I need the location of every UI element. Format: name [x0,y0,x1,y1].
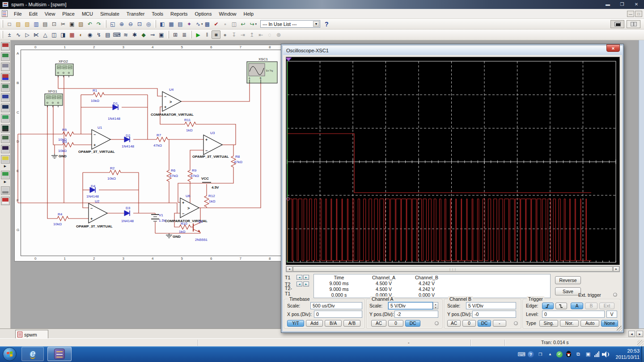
channel-b-minus-button[interactable]: - [493,320,506,327]
t2-left-button[interactable]: ◄ [297,282,302,286]
taskbar-clock[interactable]: 20:53 2011/10/11 [616,348,640,360]
spreadsheet-view-button[interactable]: ▦ [167,20,176,28]
print-button[interactable]: ▤ [41,20,50,28]
agilent-dropdown-button[interactable]: ▶ [1,164,10,169]
window-titlebar[interactable]: spwm - Multisim - [spwm] ▬ ❐ ✕ [0,0,644,9]
menu-place[interactable]: Place [59,10,78,18]
print-preview-button[interactable]: ⊡ [50,20,59,28]
step-out-button[interactable]: ↥ [247,30,256,39]
menu-view[interactable]: View [41,10,59,18]
run-to-cursor-button[interactable]: ⇤ [256,30,265,39]
place-transistor-button[interactable]: ⋉ [32,30,41,39]
channel-b-terminal[interactable] [514,321,518,325]
bode-plotter-button[interactable] [1,93,10,102]
clipboard-icon[interactable]: ▣ [585,351,592,358]
yt-mode-button[interactable]: Y/T [287,320,304,327]
restore-window-icon[interactable]: ❒ [537,351,544,358]
zoom-out-button[interactable]: ⊖ [126,20,135,28]
menu-reports[interactable]: Reports [167,10,191,18]
save-button[interactable]: ▥ [32,20,41,28]
place-indicator-button[interactable]: ◉ [85,30,94,39]
ab-mode-button[interactable]: A/B [343,320,360,327]
distortion-analyzer-button[interactable] [1,155,10,164]
timebase-xpos-field[interactable]: 0 [314,311,362,318]
oscilloscope-titlebar[interactable]: Oscilloscope-XSC1 [283,46,623,55]
save-button[interactable]: Save [555,287,581,295]
grapher-view-dropdown-arrow[interactable]: ▾ [201,22,203,26]
place-bus-button[interactable]: ≣ [180,30,189,39]
scroll-left-arrow[interactable]: ◄ [286,266,292,272]
place-hierarchical-block-button[interactable]: ⊞ [171,30,180,39]
step-into-button[interactable]: ↧ [229,30,238,39]
create-component-button[interactable]: ✦ [185,20,194,28]
open-sample-button[interactable]: ▧ [23,20,32,28]
ba-mode-button[interactable]: B/A [325,320,342,327]
copy-button[interactable]: ▣ [68,20,76,28]
paste-button[interactable]: ▧ [76,20,85,28]
ni-elvis-button[interactable] [1,186,10,195]
record-simulation-button[interactable]: ● [220,30,229,39]
database-manager-button[interactable]: ▤ [176,20,185,28]
menu-options[interactable]: Options [191,10,216,18]
scope-scrollbar[interactable]: ◄ ❘❘❘ ► [286,266,620,272]
channel-a-scale-spinner[interactable]: ▲▼ [433,302,438,309]
ext-trigger-terminal[interactable] [613,293,617,297]
trigger-normal-button[interactable]: Nor. [560,320,579,327]
stop-simulation-button[interactable]: ■ [212,30,220,39]
cut-button[interactable]: ✂ [59,20,68,28]
reverse-button[interactable]: Reverse [555,276,581,284]
place-ttl-button[interactable]: ◫ [50,30,59,39]
zoom-full-button[interactable]: ◱ [108,20,117,28]
qq-messenger-icon[interactable] [565,351,572,358]
vertical-scrollbar[interactable] [639,40,644,328]
place-mcu-button[interactable]: ▣ [157,30,166,39]
tab-scroll-left[interactable]: ◄ [628,331,635,337]
pause-simulation-button[interactable]: ‖ [203,30,212,39]
t1-left-button[interactable]: ◄ [297,275,302,280]
tektronix-dropdown-button[interactable]: ▶ [1,180,10,185]
menu-simulate[interactable]: Simulate [97,10,123,18]
multimeter-button[interactable] [1,42,10,51]
show-breadboard-toggle[interactable] [610,20,624,28]
oscilloscope-window[interactable]: Oscilloscope-XSC1 × ◄ ❘❘❘ ► T1 ◄ ► T2 ◄ … [281,44,624,333]
volume-icon[interactable] [602,351,609,358]
rising-edge-button[interactable] [542,303,554,309]
new-file-button[interactable]: □ [5,20,14,28]
in-use-list-dropdown[interactable]: --- In Use List --- ▼ [260,20,320,28]
frequency-counter-button[interactable] [1,104,10,112]
place-advanced-peripherals-button[interactable]: ⌨ [112,30,121,39]
trigger-source-a-button[interactable]: A [571,303,583,309]
taskbar-internet-explorer[interactable]: e [21,347,44,361]
step-over-button[interactable]: ⇥ [238,30,247,39]
pause-at-breakpoint-button[interactable]: ◌ [265,30,274,39]
channel-a-zero-button[interactable]: 0 [388,320,403,327]
help-tray-icon[interactable]: ? [528,351,534,358]
zoom-fit-button[interactable]: ◎ [144,20,153,28]
four-channel-oscilloscope-button[interactable] [1,83,10,92]
design-toolbox-button[interactable]: ◧ [158,20,167,28]
t2-right-button[interactable]: ► [303,282,309,286]
menu-tools[interactable]: Tools [148,10,167,18]
place-misc-button[interactable]: ▤ [103,30,112,39]
menu-help[interactable]: Help [240,10,258,18]
channel-b-zero-button[interactable]: 0 [462,320,476,327]
back-annotate-button[interactable]: ↩ [239,20,248,28]
show-hidden-icons-arrow[interactable]: ▲ [547,351,554,358]
mdi-minimize-button[interactable]: — [627,11,634,17]
zoom-in-button[interactable]: ⊕ [117,20,126,28]
taskbar-multisim[interactable] [47,347,72,361]
mdi-restore-button[interactable]: □ [635,11,642,17]
zoom-area-button[interactable]: ⊡ [135,20,144,28]
trigger-single-button[interactable]: Sing. [539,320,558,327]
tab-scroll-right[interactable]: ► [636,331,643,337]
place-connector-button[interactable]: ⊸ [148,30,157,39]
menu-mcu[interactable]: MCU [78,10,97,18]
place-misc-digital-button[interactable]: ▦ [68,30,76,39]
falling-edge-button[interactable] [555,303,567,309]
channel-b-scale-field[interactable]: 5 V/Div [466,302,516,309]
minimize-button[interactable]: ▬ [602,1,614,8]
input-method-icon[interactable]: ⌨ [518,351,525,358]
tab-spwm[interactable]: spwm [15,330,48,339]
current-probe-button[interactable] [1,197,10,205]
word-generator-button[interactable] [1,114,10,122]
